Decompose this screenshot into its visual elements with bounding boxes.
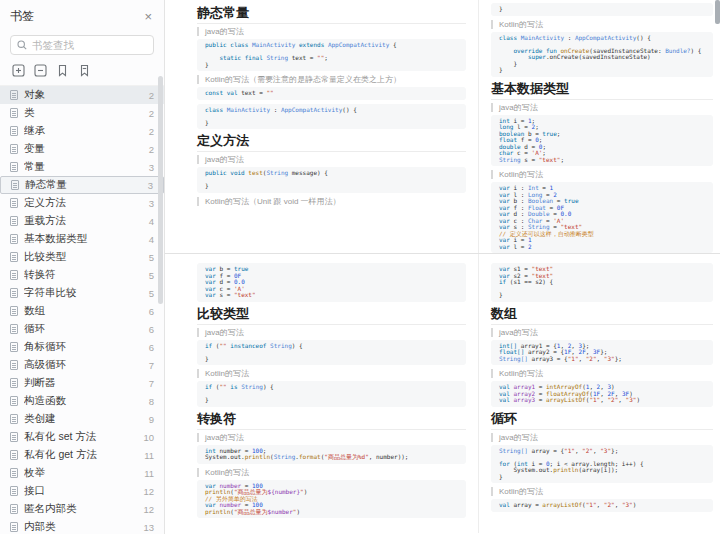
code-caption: java的写法: [197, 155, 466, 164]
bookmark-page-number: 3: [148, 180, 153, 191]
bookmark-item[interactable]: 基本数据类型 4: [0, 230, 164, 248]
code-block: var b = truevar f = 0Fvar d = 0.0var c =…: [197, 263, 466, 302]
bookmark-label: 重载方法: [24, 214, 145, 228]
code-caption: java的写法: [197, 27, 466, 36]
bookmark-search-input[interactable]: [32, 39, 147, 51]
bookmark-page-icon: [10, 144, 18, 154]
document-view[interactable]: 静态常量java的写法public class MainActivity ext…: [165, 0, 720, 534]
bookmark-page-number: 6: [149, 342, 154, 353]
bookmark-page-number: 5: [149, 252, 154, 263]
bookmark-page-icon: [10, 504, 18, 514]
sidebar-scrollbar[interactable]: [158, 76, 163, 304]
bookmark-label: 高级循环: [24, 358, 145, 372]
bookmarks-panel: 书签 × 对象: [0, 0, 165, 534]
bookmark-item[interactable]: 高级循环 7: [0, 356, 164, 374]
code-block: const val text = "": [197, 87, 466, 100]
bookmark-item[interactable]: 比较类型 5: [0, 248, 164, 266]
bookmark-page-number: 8: [149, 396, 154, 407]
bookmark-item[interactable]: 接口 12: [0, 482, 164, 500]
bookmark-label: 匿名内部类: [24, 502, 139, 516]
bookmark-page-icon: [10, 108, 18, 118]
bookmark-page-number: 6: [149, 324, 154, 335]
bookmark-page-icon: [10, 306, 18, 316]
bookmark-page-number: 2: [149, 144, 154, 155]
bookmark-page-icon: [10, 468, 18, 478]
bookmark-label: 数组: [24, 304, 145, 318]
section-heading: 基本数据类型: [491, 81, 713, 100]
add-bookmark-icon[interactable]: [54, 62, 70, 78]
bookmark-item[interactable]: 私有化 get 方法 11: [0, 446, 164, 464]
bookmark-item[interactable]: 枚举 11: [0, 464, 164, 482]
bookmark-item[interactable]: 变量 2: [0, 140, 164, 158]
bookmark-item[interactable]: 继承 2: [0, 122, 164, 140]
document-page: var b = truevar f = 0Fvar d = 0.0var c =…: [165, 254, 478, 533]
section-heading: 静态常量: [197, 5, 466, 24]
delete-bookmark-icon[interactable]: [76, 62, 92, 78]
bookmark-item[interactable]: 内部类 13: [0, 518, 164, 534]
section-heading: 循环: [491, 411, 713, 430]
code-block: }: [491, 3, 713, 16]
code-caption: java的写法: [197, 328, 466, 337]
bookmark-item[interactable]: 类创建 9: [0, 410, 164, 428]
bookmark-label: 接口: [24, 484, 139, 498]
code-caption: Kotlin的写法（Unit 跟 void 一样用法）: [197, 197, 466, 206]
code-block: String[] array = {"1", "2", "3"}; for (i…: [491, 445, 713, 484]
bookmark-item[interactable]: 循环 6: [0, 320, 164, 338]
bookmark-label: 常量: [24, 160, 145, 174]
bookmark-item[interactable]: 私有化 set 方法 10: [0, 428, 164, 446]
bookmark-page-number: 10: [143, 432, 154, 443]
collapse-all-icon[interactable]: [32, 62, 48, 78]
bookmark-item[interactable]: 常量 3: [0, 158, 164, 176]
bookmark-item[interactable]: 类 2: [0, 104, 164, 122]
bookmark-page-number: 5: [149, 270, 154, 281]
bookmark-item[interactable]: 定义方法 3: [0, 194, 164, 212]
bookmark-page-icon: [10, 270, 18, 280]
document-page: }Kotlin的写法class MainActivity : AppCompat…: [478, 0, 720, 253]
bookmark-item[interactable]: 构造函数 8: [0, 392, 164, 410]
page-spread-bottom: var b = truevar f = 0Fvar d = 0.0var c =…: [165, 254, 720, 533]
bookmark-page-icon: [10, 288, 18, 298]
bookmark-item[interactable]: 字符串比较 5: [0, 284, 164, 302]
bookmark-page-number: 5: [149, 288, 154, 299]
bookmark-page-icon: [10, 396, 18, 406]
code-block: val array1 = intArrayOf(1, 2, 3)val arra…: [491, 381, 713, 407]
bookmark-item[interactable]: 转换符 5: [0, 266, 164, 284]
bookmark-item[interactable]: 角标循环 6: [0, 338, 164, 356]
bookmark-page-number: 11: [144, 450, 154, 461]
page-spread-top: 静态常量java的写法public class MainActivity ext…: [165, 0, 720, 254]
bookmark-label: 内部类: [24, 520, 139, 534]
bookmark-item[interactable]: 静态常量 3: [0, 176, 164, 194]
bookmark-page-number: 12: [143, 504, 154, 515]
bookmark-page-number: 13: [143, 522, 154, 533]
bookmark-search-box[interactable]: [10, 35, 154, 55]
code-block: var i : Int = 1var l : Long = 2var b : B…: [491, 182, 713, 253]
bookmark-page-number: 2: [149, 126, 154, 137]
code-block: public void test(String message) { }: [197, 167, 466, 193]
bookmark-page-number: 11: [144, 468, 154, 479]
bookmark-page-number: 2: [149, 90, 154, 101]
bookmark-label: 变量: [24, 142, 145, 156]
bookmark-item[interactable]: 匿名内部类 12: [0, 500, 164, 518]
code-block: class MainActivity : AppCompatActivity()…: [491, 32, 713, 77]
bookmark-item[interactable]: 重载方法 4: [0, 212, 164, 230]
bookmark-label: 继承: [24, 124, 145, 138]
bookmark-page-icon: [10, 450, 18, 460]
bookmark-label: 类创建: [24, 412, 145, 426]
bookmark-label: 静态常量: [25, 178, 144, 192]
expand-all-icon[interactable]: [10, 62, 26, 78]
code-caption: Kotlin的写法: [197, 369, 466, 378]
code-caption: java的写法: [197, 433, 466, 442]
bookmark-page-icon: [10, 90, 18, 100]
bookmark-label: 构造函数: [24, 394, 145, 408]
bookmark-item[interactable]: 判断器 7: [0, 374, 164, 392]
bookmark-label: 判断器: [24, 376, 145, 390]
bookmark-item[interactable]: 对象 2: [0, 86, 164, 104]
code-caption: Kotlin的写法（需要注意的是静态常量定义在类之上方）: [197, 75, 466, 84]
code-caption: Kotlin的写法: [491, 369, 713, 378]
main-scrollbar[interactable]: [715, 0, 720, 24]
bookmark-item[interactable]: 数组 6: [0, 302, 164, 320]
close-icon[interactable]: ×: [144, 11, 152, 23]
bookmark-page-icon: [10, 216, 18, 226]
code-block: class MainActivity : AppCompatActivity()…: [197, 104, 466, 130]
bookmark-page-icon: [10, 378, 18, 388]
